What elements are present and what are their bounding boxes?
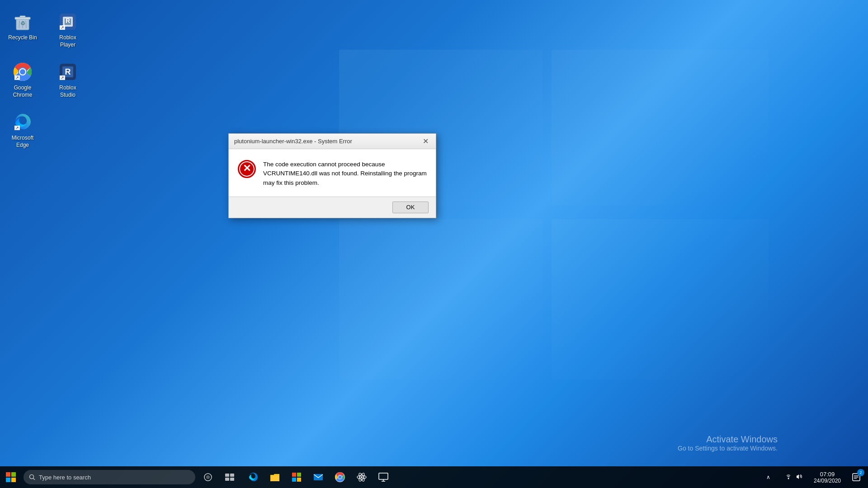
dialog-ok-button[interactable]: OK [392, 202, 429, 213]
microsoft-edge-image: ↗ [12, 111, 33, 133]
svg-rect-41 [230, 478, 234, 481]
svg-rect-30 [6, 472, 10, 477]
google-chrome-icon[interactable]: ↗ Google Chrome [5, 59, 41, 100]
roblox-player-label: Roblox Player [52, 34, 84, 48]
svg-rect-3 [552, 219, 769, 380]
activate-windows-watermark: Activate Windows Go to Settings to activ… [678, 434, 778, 452]
desktop-icon-row-3: ↗ Microsoft Edge [5, 109, 86, 150]
svg-text:↗: ↗ [61, 25, 64, 30]
google-chrome-label: Google Chrome [6, 84, 39, 99]
svg-point-37 [206, 475, 210, 479]
taskbar-mail-icon[interactable] [307, 466, 329, 488]
svg-text:R: R [65, 67, 71, 76]
taskbar-system-tray: ∧ [758, 466, 866, 488]
svg-point-52 [339, 476, 342, 479]
roblox-player-image: R ↗ [57, 11, 79, 33]
network-icon [783, 473, 794, 482]
desktop-icons-container: ♻ Recycle Bin R ↗ [0, 5, 90, 155]
taskbar-store-icon[interactable] [286, 466, 307, 488]
taskbar-file-explorer-icon[interactable] [264, 466, 286, 488]
svg-line-9 [26, 21, 26, 28]
svg-rect-47 [297, 478, 301, 482]
svg-rect-45 [297, 473, 301, 477]
svg-rect-48 [314, 474, 323, 480]
system-icons-group[interactable] [779, 466, 808, 488]
show-hidden-icons-button[interactable]: ∧ [758, 466, 779, 488]
roblox-studio-label: Roblox Studio [52, 84, 84, 99]
svg-rect-39 [230, 474, 234, 477]
error-x-mark: ✕ [243, 164, 251, 174]
svg-point-20 [20, 69, 25, 75]
cortana-icon [203, 473, 212, 482]
desktop-icon-row-1: ♻ Recycle Bin R ↗ [5, 9, 86, 50]
recycle-bin-icon[interactable]: ♻ Recycle Bin [5, 9, 41, 50]
microsoft-edge-icon[interactable]: ↗ Microsoft Edge [5, 109, 41, 150]
recycle-bin-image: ♻ [12, 11, 33, 33]
desktop-icon-row-2: ↗ Google Chrome R ↗ Roblox [5, 59, 86, 100]
volume-icon [794, 473, 805, 482]
desktop: ♻ Recycle Bin R ↗ [0, 0, 868, 488]
dialog-titlebar: plutonium-launcher-win32.exe - System Er… [229, 134, 436, 149]
svg-rect-43 [270, 476, 279, 481]
microsoft-edge-label: Microsoft Edge [6, 135, 39, 149]
task-view-icon [225, 474, 234, 481]
svg-rect-6 [20, 16, 25, 18]
search-placeholder-text: Type here to search [39, 474, 91, 481]
svg-rect-44 [292, 473, 296, 477]
notification-center-button[interactable]: 2 [846, 466, 866, 488]
taskbar-clock[interactable]: 07:09 24/09/2020 [808, 466, 846, 488]
task-view-button[interactable] [219, 466, 241, 488]
svg-line-35 [33, 479, 35, 480]
error-dialog: plutonium-launcher-win32.exe - System Er… [228, 133, 436, 218]
dialog-title: plutonium-launcher-win32.exe - System Er… [234, 138, 352, 145]
taskbar-atom-icon[interactable] [351, 466, 373, 488]
clock-time: 07:09 [820, 471, 835, 478]
svg-rect-46 [292, 478, 296, 482]
activate-windows-title: Activate Windows [678, 434, 778, 445]
clock-date: 24/09/2020 [814, 478, 841, 484]
activate-windows-subtitle: Go to Settings to activate Windows. [678, 445, 778, 452]
start-button[interactable] [0, 466, 22, 488]
dialog-body: ✕ The code execution cannot proceed beca… [229, 149, 436, 197]
svg-rect-2 [339, 219, 542, 380]
taskbar: Type here to search [0, 466, 868, 488]
notification-badge: 2 [857, 469, 864, 476]
search-icon [29, 474, 35, 480]
svg-rect-57 [379, 473, 388, 479]
svg-rect-33 [11, 478, 16, 482]
svg-point-53 [361, 476, 363, 478]
error-icon: ✕ [238, 160, 256, 178]
svg-rect-1 [552, 50, 769, 206]
recycle-bin-label: Recycle Bin [8, 34, 37, 42]
roblox-studio-image: R ↗ [57, 61, 79, 83]
svg-text:↗: ↗ [15, 126, 19, 130]
taskbar-search-bar[interactable]: Type here to search [24, 470, 195, 484]
taskbar-edge-icon[interactable] [242, 466, 264, 488]
svg-text:↗: ↗ [61, 75, 64, 80]
svg-rect-40 [225, 478, 229, 481]
svg-point-34 [30, 475, 34, 479]
taskbar-pinned-apps [242, 466, 758, 488]
error-circle: ✕ [238, 160, 256, 178]
dialog-message-text: The code execution cannot proceed becaus… [263, 160, 427, 188]
svg-rect-38 [225, 474, 229, 477]
svg-text:R: R [66, 17, 70, 24]
taskbar-chrome-icon[interactable] [329, 466, 351, 488]
roblox-player-icon[interactable]: R ↗ Roblox Player [50, 9, 86, 50]
svg-rect-32 [6, 478, 10, 482]
svg-text:↗: ↗ [15, 75, 19, 80]
taskbar-monitor-icon[interactable] [373, 466, 394, 488]
google-chrome-image: ↗ [12, 61, 33, 83]
svg-text:♻: ♻ [20, 20, 25, 27]
svg-line-7 [19, 21, 19, 28]
dialog-footer: OK [229, 197, 436, 218]
cortana-button[interactable] [197, 466, 219, 488]
roblox-studio-icon[interactable]: R ↗ Roblox Studio [50, 59, 86, 100]
dialog-close-button[interactable]: ✕ [420, 136, 430, 146]
svg-rect-31 [11, 472, 16, 477]
